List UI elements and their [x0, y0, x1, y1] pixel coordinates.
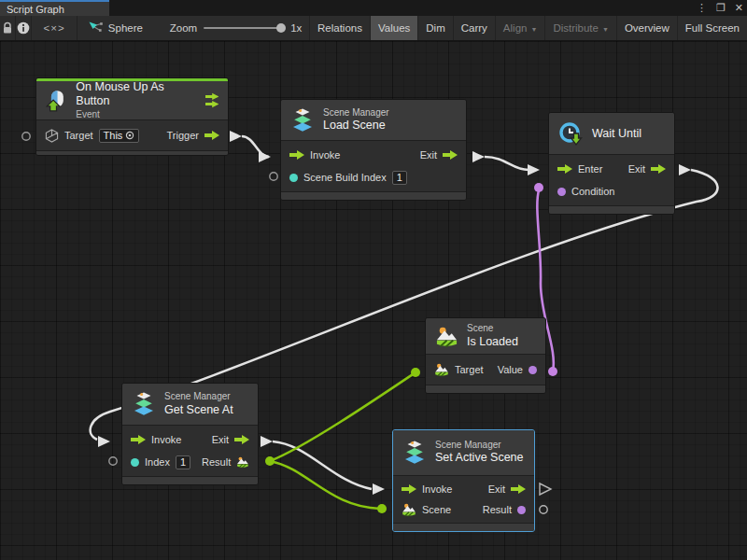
edit-source-button[interactable]: <×>: [32, 16, 78, 40]
unconnected-target-port[interactable]: [22, 133, 30, 140]
graph-canvas[interactable]: On Mouse Up As Button Event Target This: [0, 41, 747, 560]
unconnected-index-port[interactable]: [270, 173, 277, 180]
enter-port-arrow[interactable]: [557, 164, 572, 174]
wire-loadscene-to-waituntil[interactable]: [485, 157, 529, 170]
scene-result-port-dot[interactable]: [517, 506, 526, 514]
object-picker-icon[interactable]: [125, 131, 134, 140]
trigger-port-label: Trigger: [167, 130, 199, 141]
int-port-dot[interactable]: [131, 458, 139, 467]
node-footer: [393, 523, 534, 531]
zoom-slider-handle[interactable]: [276, 23, 286, 33]
invoke-port-arrow[interactable]: [289, 150, 304, 160]
wire-result-to-setactive-scene[interactable]: [270, 461, 380, 509]
node-title: Set Active Scene: [435, 451, 524, 466]
node-title: Load Scene: [323, 119, 389, 133]
bool-port-dot[interactable]: [548, 367, 557, 376]
node-on-mouse-up-as-button[interactable]: On Mouse Up As Button Event Target This: [35, 77, 229, 156]
node-load-scene[interactable]: Scene Manager Load Scene Invoke Exit Sce…: [280, 99, 467, 201]
unconnected-result-port[interactable]: [540, 506, 547, 513]
scene-icon: [435, 325, 458, 348]
int-port-dot[interactable]: [289, 174, 298, 182]
node-get-scene-at[interactable]: Scene Manager Get Scene At Invoke Exit I…: [121, 383, 259, 485]
graph-toolbar: <×> Sphere Zoom 1x Relations Values Dim …: [0, 16, 747, 41]
invoke-port-arrow[interactable]: [402, 484, 416, 494]
node-set-active-scene[interactable]: Scene Manager Set Active Scene Invoke Ex…: [392, 429, 535, 532]
align-dropdown[interactable]: Align▼: [496, 16, 546, 40]
port-row-invoke-exit: Invoke Exit: [281, 144, 466, 166]
window-menu-icon[interactable]: ⋮: [697, 2, 707, 14]
exit-port-label: Exit: [212, 434, 229, 445]
scene-port-icon[interactable]: [402, 502, 416, 517]
node-title: Get Scene At: [164, 403, 233, 418]
zoom-value: 1x: [290, 22, 302, 34]
graph-name-label: Sphere: [108, 22, 143, 34]
node-category: Scene: [467, 323, 518, 335]
tab-bar: Script Graph ⋮ ❐ ✕: [0, 0, 747, 16]
node-subtitle: Event: [76, 109, 188, 121]
port-row-target-value: Target Value: [426, 357, 545, 382]
window-maximize-icon[interactable]: ❐: [716, 2, 726, 14]
lock-button[interactable]: [0, 16, 16, 40]
full-screen-button[interactable]: Full Screen: [678, 16, 747, 40]
node-footer: [122, 476, 258, 484]
scene-port-dot[interactable]: [377, 504, 387, 513]
event-trigger-arrows-icon: [205, 92, 218, 108]
port-row-enter-exit: Enter Exit: [549, 158, 674, 180]
bool-port-dot[interactable]: [557, 188, 566, 196]
scene-port-dot[interactable]: [411, 368, 420, 377]
info-button[interactable]: [16, 16, 32, 40]
exit-port-arrow[interactable]: [651, 164, 666, 174]
carry-button[interactable]: Carry: [454, 16, 496, 40]
tab-script-graph[interactable]: Script Graph: [0, 0, 109, 16]
index-port-label: Index: [145, 456, 170, 468]
gameobject-cube-icon: [45, 129, 59, 143]
target-value-chip[interactable]: This: [99, 129, 140, 143]
result-port-label: Result: [202, 456, 231, 468]
script-graph-window: Script Graph ⋮ ❐ ✕ <×> Sphere: [0, 0, 747, 560]
window-close-icon[interactable]: ✕: [735, 2, 743, 14]
port-row-index-result: Index 1 Result: [122, 451, 258, 473]
bool-port-dot[interactable]: [534, 183, 543, 192]
trigger-port-arrow[interactable]: [204, 131, 219, 140]
flow-arrowhead: [679, 164, 691, 175]
zoom-label: Zoom: [170, 22, 197, 34]
scene-manager-icon: [290, 108, 315, 133]
invoke-port-label: Invoke: [422, 483, 452, 495]
unconnected-exit-port[interactable]: [540, 483, 551, 495]
exit-port-arrow[interactable]: [511, 484, 526, 494]
flow-arrowhead: [373, 483, 385, 495]
scene-port-label: Scene: [422, 504, 451, 515]
node-wait-until[interactable]: Wait Until Enter Exit Condition: [548, 112, 675, 215]
scene-port-icon[interactable]: [434, 362, 449, 377]
exit-port-arrow[interactable]: [443, 150, 458, 160]
port-row-target-trigger: Target This Trigger: [36, 123, 228, 147]
scene-build-index-field[interactable]: 1: [392, 171, 407, 185]
node-category: Scene Manager: [323, 107, 389, 119]
distribute-dropdown[interactable]: Distribute▼: [545, 16, 617, 40]
scene-port-icon[interactable]: [236, 455, 249, 469]
relations-button[interactable]: Relations: [310, 16, 371, 40]
graph-breadcrumb[interactable]: Sphere: [78, 16, 149, 40]
node-footer: [281, 191, 466, 200]
values-button[interactable]: Values: [371, 16, 418, 40]
zoom-slider[interactable]: [204, 27, 284, 29]
bool-port-dot[interactable]: [529, 366, 537, 374]
invoke-port-label: Invoke: [310, 149, 340, 161]
overview-button[interactable]: Overview: [617, 16, 678, 40]
dim-button[interactable]: Dim: [418, 16, 453, 40]
node-footer: [36, 150, 228, 155]
scene-port-dot[interactable]: [265, 456, 275, 466]
exit-port-arrow[interactable]: [234, 435, 249, 444]
wire-trigger-to-loadscene[interactable]: [242, 136, 269, 157]
node-footer: [426, 385, 545, 393]
invoke-port-arrow[interactable]: [131, 435, 146, 444]
node-category: Scene Manager: [435, 440, 524, 452]
scene-build-index-label: Scene Build Index: [303, 172, 387, 183]
result-port-label: Result: [483, 504, 512, 515]
index-field[interactable]: 1: [176, 455, 190, 469]
port-row-scene-result: Scene Result: [393, 499, 534, 520]
wire-getsceneat-to-setactive[interactable]: [273, 441, 372, 489]
exit-port-label: Exit: [488, 483, 505, 495]
node-is-loaded[interactable]: Scene Is Loaded Target Value: [425, 317, 546, 394]
unconnected-index-port[interactable]: [109, 457, 117, 465]
